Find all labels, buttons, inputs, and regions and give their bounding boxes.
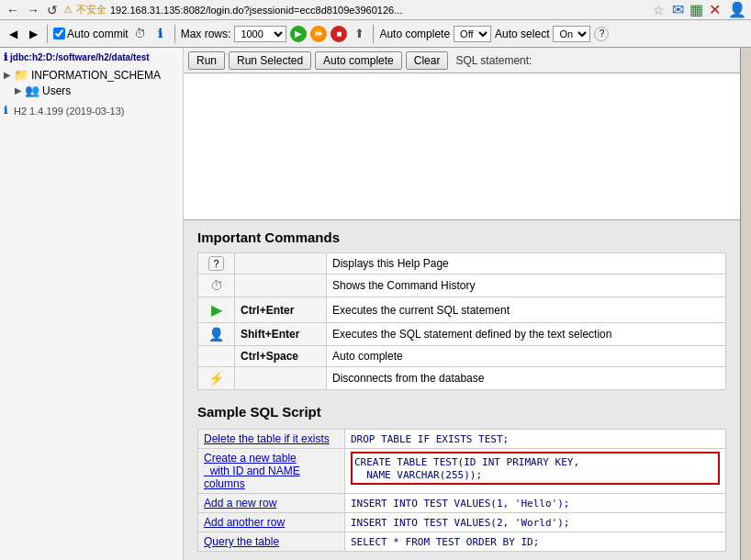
cmd-desc-cell-2: Shows the Command History — [327, 274, 726, 297]
cmd-shortcut-cell-6 — [235, 367, 327, 390]
sql-result-highlighted: CREATE TABLE TEST(ID INT PRIMARY KEY, NA… — [351, 452, 720, 485]
tree-item-information-schema[interactable]: ▶ 📁 INFORMATION_SCHEMA — [4, 67, 179, 83]
cmd-desc-cell: Displays this Help Page — [327, 253, 726, 274]
sample-sql-cell-2: CREATE TABLE TEST(ID INT PRIMARY KEY, NA… — [345, 449, 726, 494]
sample-link-cell-5[interactable]: Query the table — [198, 532, 345, 552]
auto-commit-checkbox[interactable]: Auto commit — [53, 28, 129, 40]
clear-button[interactable]: Clear — [406, 51, 449, 70]
run-button-toolbar[interactable]: ▶ — [290, 26, 307, 42]
sql-editor[interactable] — [184, 73, 740, 220]
forward-button[interactable]: → — [25, 3, 41, 17]
expand-icon: ▶ — [4, 70, 11, 80]
user-account-icon[interactable]: 👤 — [728, 1, 746, 18]
sample-link-cell-4[interactable]: Add another row — [198, 513, 345, 532]
main-toolbar: ◀ ▶ Auto commit ⏱ ℹ Max rows: 1000 100 1… — [0, 20, 751, 48]
delete-sql-code: DROP TABLE IF EXISTS TEST; — [351, 433, 509, 445]
db-icon: ℹ — [4, 51, 7, 63]
bookmark-icon[interactable]: ☆ — [653, 3, 665, 17]
auto-complete-label: Auto complete — [379, 28, 450, 40]
excel-icon[interactable]: ▦ — [689, 1, 703, 18]
cmd-shortcut-cell-4: Shift+Enter — [235, 323, 327, 346]
auto-complete-button[interactable]: Auto complete — [315, 51, 402, 70]
sample-sql-cell-5: SELECT * FROM TEST ORDER BY ID; — [345, 532, 726, 552]
sample-link-cell-2[interactable]: Create a new table with ID and NAME colu… — [198, 449, 345, 494]
email-icon[interactable]: ✉ — [672, 1, 684, 18]
version-info-icon: ℹ — [4, 105, 7, 117]
history-nav-icon[interactable]: ◀ — [5, 26, 21, 42]
history-cmd-icon: ⏱ — [210, 278, 223, 293]
separator-2 — [174, 25, 175, 43]
help-button[interactable]: ? — [594, 27, 609, 41]
main-layout: ℹ jdbc:h2:D:/software/h2/data/test ▶ 📁 I… — [0, 48, 751, 560]
sample-row-2: Create a new table with ID and NAME colu… — [198, 449, 726, 494]
cmd-shortcut-cell-2 — [235, 274, 327, 297]
create-sql-code: CREATE TABLE TEST(ID INT PRIMARY KEY, NA… — [354, 456, 579, 481]
right-scrollbar[interactable] — [740, 48, 751, 560]
run-selected-toolbar[interactable]: ⏩ — [310, 26, 327, 42]
stop-button[interactable]: ■ — [331, 26, 347, 42]
cmd-shortcut-cell-3: Ctrl+Enter — [235, 297, 327, 323]
sample-row-1: Delete the table if it exists DROP TABLE… — [198, 430, 726, 449]
cmd-desc-cell-6: Disconnects from the database — [327, 367, 726, 390]
information-schema-label: INFORMATION_SCHEMA — [31, 69, 161, 82]
cmd-shortcut-cell — [235, 253, 327, 274]
delete-table-link[interactable]: Delete the table if it exists — [204, 432, 330, 445]
sample-sql-table: Delete the table if it exists DROP TABLE… — [197, 429, 726, 552]
cmd-desc-cell-5: Auto complete — [327, 346, 726, 367]
auto-commit-label: Auto commit — [67, 28, 129, 40]
run-sql-button[interactable]: Run — [188, 51, 225, 70]
close-icon[interactable]: ✕ — [709, 1, 721, 18]
cmd-desc-cell-4: Executes the SQL statement defined by th… — [327, 323, 726, 346]
history-icon[interactable]: ⏱ — [132, 26, 149, 42]
sample-row-3: Add a new row INSERT INTO TEST VALUES(1,… — [198, 494, 726, 513]
users-icon: 👥 — [25, 84, 39, 97]
add-another-row-link[interactable]: Add another row — [204, 516, 285, 529]
auto-select-label: Auto select — [495, 28, 549, 40]
sql-statement-label: SQL statement: — [455, 54, 532, 67]
reload-button[interactable]: ↺ — [45, 3, 60, 17]
export-icon[interactable]: ⬆ — [351, 26, 367, 42]
cmd-icon-cell: ? — [198, 253, 235, 274]
auto-complete-select[interactable]: Off On — [454, 26, 491, 42]
cmd-icon-cell-5 — [198, 346, 235, 367]
not-secure-label: 不安全 — [76, 3, 106, 17]
sample-sql-title: Sample SQL Script — [197, 404, 726, 420]
run-selected-button[interactable]: Run Selected — [229, 51, 311, 70]
expand-icon-2: ▶ — [15, 85, 22, 95]
disconnect-cmd-icon: ⚡ — [208, 371, 224, 386]
query-table-link[interactable]: Query the table — [204, 535, 279, 548]
db-path: ℹ jdbc:h2:D:/software/h2/data/test — [4, 51, 179, 63]
users-label: Users — [42, 84, 71, 97]
cmd-icon-cell-3: ▶ — [198, 297, 235, 323]
sample-row-5: Query the table SELECT * FROM TEST ORDER… — [198, 532, 726, 552]
table-row: 👤 Shift+Enter Executes the SQL statement… — [198, 323, 726, 346]
forward-nav-icon[interactable]: ▶ — [25, 26, 41, 42]
sample-link-cell-1[interactable]: Delete the table if it exists — [198, 430, 345, 449]
content-area: Important Commands ? Displays this Help … — [184, 220, 740, 560]
help-cmd-icon: ? — [208, 256, 223, 271]
back-button[interactable]: ← — [5, 3, 21, 17]
max-rows-label: Max rows: — [181, 28, 231, 40]
info-icon-2[interactable]: ℹ — [152, 26, 169, 42]
create-table-link[interactable]: Create a new table with ID and NAME colu… — [204, 452, 300, 490]
address-bar: ← → ↺ ⚠ 不安全 192.168.31.135:8082/login.do… — [0, 0, 751, 20]
add-row-link[interactable]: Add a new row — [204, 497, 276, 510]
cmd-shortcut-cell-5: Ctrl+Space — [235, 346, 327, 367]
auto-commit-input[interactable] — [53, 28, 65, 39]
tree-item-version: ℹ H2 1.4.199 (2019-03-13) — [4, 104, 179, 118]
max-rows-select[interactable]: 1000 100 10000 — [234, 26, 286, 42]
sql-toolbar: Run Run Selected Auto complete Clear SQL… — [184, 48, 740, 73]
right-panel: Run Run Selected Auto complete Clear SQL… — [184, 48, 740, 560]
table-row: ▶ Ctrl+Enter Executes the current SQL st… — [198, 297, 726, 323]
security-icon: ⚠ — [63, 4, 73, 16]
version-text: H2 1.4.199 (2019-03-13) — [14, 106, 124, 117]
cmd-desc-cell-3: Executes the current SQL statement — [327, 297, 726, 323]
tree-item-users[interactable]: ▶ 👥 Users — [15, 83, 179, 98]
sample-link-cell-3[interactable]: Add a new row — [198, 494, 345, 513]
separator-1 — [47, 25, 48, 43]
sample-sql-cell-3: INSERT INTO TEST VALUES(1, 'Hello'); — [345, 494, 726, 513]
cmd-icon-cell-4: 👤 — [198, 323, 235, 346]
commands-table: ? Displays this Help Page ⏱ Shows the Co… — [197, 252, 726, 390]
auto-select-select[interactable]: On Off — [553, 26, 590, 42]
run-sel-cmd-icon: 👤 — [208, 327, 224, 342]
